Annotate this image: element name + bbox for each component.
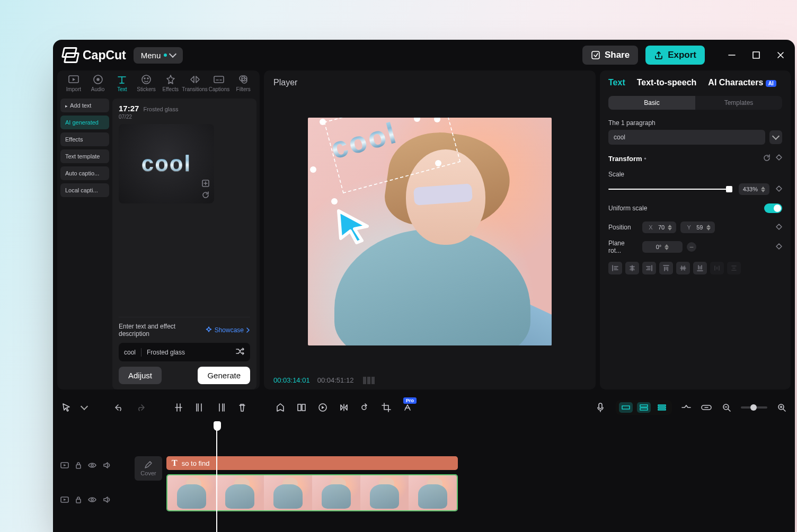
reset-transform-icon[interactable]: [763, 154, 771, 163]
tab-text-to-speech[interactable]: Text-to-speech: [637, 78, 697, 87]
video-clip[interactable]: [166, 474, 458, 511]
paragraph-dropdown[interactable]: [769, 130, 782, 144]
menu-button[interactable]: Menu: [134, 47, 183, 64]
align-left-button[interactable]: [608, 262, 622, 274]
showcase-link[interactable]: Showcase: [205, 326, 250, 334]
window-minimize-button[interactable]: [727, 50, 737, 60]
selection-handle[interactable]: [414, 118, 420, 122]
segment-basic[interactable]: Basic: [608, 96, 695, 110]
align-right-button[interactable]: [642, 262, 656, 274]
uniform-scale-toggle[interactable]: [764, 203, 782, 213]
scale-slider[interactable]: [608, 189, 732, 190]
trim-right-button[interactable]: [215, 402, 227, 413]
zoom-slider[interactable]: [741, 406, 767, 409]
redo-button[interactable]: [135, 402, 146, 413]
align-hcenter-button[interactable]: [625, 262, 639, 274]
tool-tab-effects[interactable]: Effects: [158, 75, 183, 92]
track-visibility-icon[interactable]: [88, 462, 96, 470]
adjust-button[interactable]: Adijust: [119, 367, 162, 384]
keyframe-position-icon[interactable]: [776, 224, 782, 232]
tool-tab-transitions[interactable]: Transitions: [183, 75, 207, 92]
keyframe-rotation-icon[interactable]: [776, 243, 782, 251]
track-toggle-video-icon[interactable]: [60, 496, 69, 505]
player-stage[interactable]: cool: [273, 91, 586, 372]
rotate-button[interactable]: [359, 402, 371, 413]
crop-button[interactable]: [380, 402, 392, 413]
tool-tab-audio[interactable]: Audio: [86, 75, 110, 92]
tracks-area[interactable]: Cover T so to find: [135, 421, 787, 532]
cover-cell[interactable]: Cover: [135, 456, 162, 481]
track-lock-icon[interactable]: [75, 496, 82, 505]
category-auto-captions[interactable]: Auto captio...: [60, 166, 109, 180]
asset-thumbnail[interactable]: cool: [119, 124, 214, 203]
asset-add-icon[interactable]: [201, 179, 210, 188]
scale-slider-thumb[interactable]: [726, 186, 732, 192]
playhead[interactable]: [216, 421, 217, 532]
split-button[interactable]: [173, 402, 184, 413]
track-view-1[interactable]: [619, 402, 633, 413]
zoom-slider-thumb[interactable]: [750, 404, 757, 411]
track-mute-icon[interactable]: [103, 462, 110, 471]
generate-button[interactable]: Generate: [198, 367, 250, 384]
category-text-template[interactable]: Text template: [60, 149, 109, 163]
track-lock-icon[interactable]: [75, 462, 82, 471]
track-mute-icon[interactable]: [103, 496, 110, 505]
shuffle-button[interactable]: [235, 347, 245, 357]
keyframe-transform-icon[interactable]: [776, 154, 782, 163]
asset-refresh-icon[interactable]: [201, 191, 210, 199]
align-bottom-button[interactable]: [693, 262, 707, 274]
segment-templates[interactable]: Templates: [695, 96, 782, 110]
track-visibility-icon[interactable]: [88, 496, 96, 504]
tab-ai-characters[interactable]: AI Characters AI: [708, 78, 776, 87]
freeze-frame-button[interactable]: [296, 402, 307, 413]
track-view-2[interactable]: [637, 402, 651, 413]
text-clip[interactable]: T so to find: [166, 456, 458, 470]
rotation-dial[interactable]: –: [687, 242, 696, 252]
position-y-input[interactable]: Y 59: [680, 221, 714, 233]
tab-text[interactable]: Text: [608, 78, 625, 87]
share-button[interactable]: Share: [582, 46, 638, 65]
generator-input[interactable]: cool Frosted glass: [119, 343, 250, 361]
tool-tab-stickers[interactable]: Stickers: [134, 75, 158, 92]
category-add-text[interactable]: Add text: [60, 99, 109, 112]
tool-tab-import[interactable]: Import: [61, 75, 86, 92]
paragraph-input[interactable]: [608, 130, 765, 145]
microphone-button[interactable]: [595, 402, 606, 413]
reverse-button[interactable]: [317, 402, 329, 413]
zoom-out-button[interactable]: [721, 402, 732, 413]
category-effects[interactable]: Effects: [60, 132, 109, 146]
tool-tab-captions[interactable]: Captions: [207, 75, 232, 92]
pro-badge: Pro: [403, 397, 417, 404]
track-toggle-video-icon[interactable]: [60, 462, 69, 471]
marker-button[interactable]: [274, 402, 286, 413]
category-local-captions[interactable]: Local capti...: [60, 183, 109, 197]
selection-handle[interactable]: [320, 119, 326, 125]
export-button[interactable]: Export: [645, 46, 705, 65]
window-close-button[interactable]: [776, 50, 785, 60]
selection-handle[interactable]: [331, 198, 338, 205]
keyframe-scale-icon[interactable]: [776, 185, 782, 193]
selection-tool-dropdown[interactable]: [82, 402, 87, 413]
selection-handle[interactable]: [435, 160, 441, 166]
scale-value-box[interactable]: 433%: [739, 183, 769, 195]
selection-tool-button[interactable]: [60, 402, 72, 413]
tool-tab-text[interactable]: Text: [110, 75, 134, 92]
plane-rotation-input[interactable]: 0°: [642, 241, 683, 253]
track-view-3[interactable]: [655, 402, 669, 413]
selection-handle[interactable]: [310, 166, 316, 173]
category-ai-generated[interactable]: AI generated: [60, 116, 109, 129]
position-x-input[interactable]: X 70: [642, 221, 676, 233]
snap-button[interactable]: [680, 402, 692, 413]
window-maximize-button[interactable]: [751, 50, 761, 60]
aspect-ratio-icon[interactable]: [363, 377, 375, 384]
smart-tools-button[interactable]: Pro: [402, 402, 413, 413]
delete-button[interactable]: [236, 402, 248, 413]
link-button[interactable]: [701, 402, 712, 413]
zoom-in-button[interactable]: [776, 402, 787, 413]
align-top-button[interactable]: [659, 262, 673, 274]
mirror-button[interactable]: [338, 402, 350, 413]
align-vcenter-button[interactable]: [676, 262, 690, 274]
undo-button[interactable]: [113, 402, 125, 413]
tool-tab-filters[interactable]: Filters: [231, 75, 255, 92]
trim-left-button[interactable]: [194, 402, 206, 413]
